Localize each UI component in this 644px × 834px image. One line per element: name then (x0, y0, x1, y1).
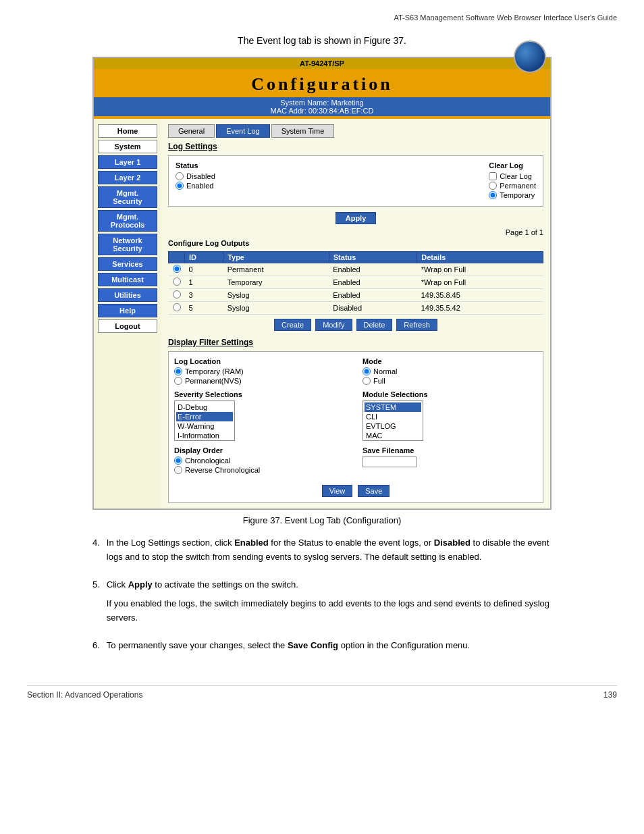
severity-item-debug: D-Debug (176, 402, 233, 412)
sidebar-item-multicast[interactable]: Multicast (98, 273, 157, 286)
row2-radio[interactable] (173, 290, 181, 298)
chronological-radio[interactable] (174, 457, 182, 465)
full-label: Full (373, 377, 385, 385)
step6: 6. To permanently save your changes, sel… (92, 639, 552, 658)
severity-listbox[interactable]: D-Debug E-Error W-Warning I-Information (174, 400, 235, 441)
tab-event-log[interactable]: Event Log (216, 124, 270, 138)
create-button[interactable]: Create (274, 319, 311, 331)
step4-disabled: Disabled (434, 538, 471, 548)
col-id: ID (185, 252, 223, 263)
clear-log-title: Clear Log (489, 161, 536, 170)
sidebar-item-mgmt-security[interactable]: Mgmt. Security (98, 186, 157, 208)
table-row: 5 Syslog Disabled 149.35.5.42 (169, 302, 543, 315)
configure-log-section: Configure Log Outputs ID Type Status Det… (168, 239, 543, 331)
apply-button[interactable]: Apply (336, 212, 377, 224)
module-item-mac: MAC (365, 431, 421, 440)
sidebar-item-system[interactable]: System (98, 140, 157, 153)
filter-left: Log Location Temporary (RAM) Permanent(N… (174, 357, 349, 479)
severity-title: Severity Selections (174, 390, 349, 398)
module-item-system: SYSTEM (365, 402, 421, 412)
sidebar-item-layer2[interactable]: Layer 2 (98, 171, 157, 184)
step4: 4. In the Log Settings section, click En… (92, 536, 552, 570)
full-mode-radio[interactable] (363, 377, 371, 385)
row1-id: 1 (185, 276, 223, 289)
step5-text: Click (107, 579, 128, 590)
modify-button[interactable]: Modify (315, 319, 352, 331)
save-filename-title: Save Filename (363, 446, 537, 454)
reverse-chrono-radio[interactable] (174, 466, 182, 474)
footer-left: Section II: Advanced Operations (27, 690, 142, 700)
row3-radio[interactable] (173, 303, 181, 311)
step5-apply: Apply (128, 579, 153, 590)
sidebar-item-utilities[interactable]: Utilities (98, 288, 157, 302)
mac-addr: MAC Addr: 00:30:84:AB:EF:CD (94, 107, 550, 115)
step4-para: In the Log Settings section, click Enabl… (107, 536, 552, 565)
table-row: 3 Syslog Enabled 149.35.8.45 (169, 289, 543, 302)
row0-radio[interactable] (173, 265, 181, 273)
row1-details: *Wrap on Full (417, 276, 543, 289)
row0-type: Permanent (223, 263, 329, 276)
step6-text: To permanently save your changes, select… (107, 640, 288, 650)
sidebar-item-mgmt-protocols[interactable]: Mgmt. Protocols (98, 210, 157, 232)
module-item-evtlog: EVTLOG (365, 421, 421, 431)
permanent-radio[interactable] (489, 182, 497, 190)
module-listbox[interactable]: SYSTEM CLI EVTLOG MAC (363, 400, 423, 441)
step6-num: 6. (92, 639, 100, 658)
status-section: Status Disabled Enabled (176, 161, 215, 201)
severity-section: Severity Selections D-Debug E-Error W-Wa… (174, 390, 349, 441)
tab-general[interactable]: General (168, 124, 215, 138)
normal-mode-radio[interactable] (363, 367, 371, 375)
mode-title: Mode (363, 357, 537, 365)
temporary-radio[interactable] (489, 191, 497, 199)
temporary-radio-row: Temporary (489, 191, 536, 199)
enabled-radio[interactable] (176, 182, 184, 190)
page-header: AT-S63 Management Software Web Browser I… (27, 14, 617, 22)
table-row: 1 Temporary Enabled *Wrap on Full (169, 276, 543, 289)
row1-type: Temporary (223, 276, 329, 289)
permanent-radio-row: Permanent (489, 182, 536, 190)
disabled-radio[interactable] (176, 172, 184, 180)
delete-button[interactable]: Delete (356, 319, 393, 331)
step5-num: 5. (92, 578, 100, 631)
refresh-button[interactable]: Refresh (396, 319, 437, 331)
row1-radio[interactable] (173, 278, 181, 286)
enabled-label: Enabled (186, 182, 213, 190)
step4-enabled: Enabled (234, 538, 269, 548)
row0-id: 0 (185, 263, 223, 276)
row1-status: Enabled (329, 276, 417, 289)
sidebar-item-network-security[interactable]: Network Security (98, 234, 157, 255)
clear-log-checkbox[interactable] (489, 172, 497, 180)
save-button[interactable]: Save (358, 485, 390, 497)
sidebar-item-layer1[interactable]: Layer 1 (98, 155, 157, 169)
temporary-ram-radio[interactable] (174, 367, 182, 375)
module-section: Module Selections SYSTEM CLI EVTLOG MAC (363, 390, 537, 441)
system-info: System Name: Marketing MAC Addr: 00:30:8… (94, 97, 550, 116)
disabled-label: Disabled (186, 172, 215, 180)
normal-label: Normal (373, 367, 397, 375)
log-settings-title: Log Settings (168, 142, 543, 151)
row3-type: Syslog (223, 302, 329, 315)
permanent-nvs-radio[interactable] (174, 377, 182, 385)
enabled-radio-row: Enabled (176, 182, 215, 190)
col-details: Details (417, 252, 543, 263)
col-select (169, 252, 185, 263)
step6-bold: Save Config (288, 640, 338, 650)
clear-log-label: Clear Log (500, 172, 532, 180)
sidebar-item-services[interactable]: Services (98, 257, 157, 271)
filter-settings: Log Location Temporary (RAM) Permanent(N… (168, 351, 543, 503)
step6-content: To permanently save your changes, select… (107, 639, 470, 658)
display-order-title: Display Order (174, 446, 349, 454)
sidebar-item-home[interactable]: Home (98, 124, 157, 138)
status-label: Status (176, 161, 215, 170)
severity-item-warning: W-Warning (176, 421, 233, 431)
row3-id: 5 (185, 302, 223, 315)
view-button[interactable]: View (322, 485, 353, 497)
severity-item-info: I-Information (176, 431, 233, 440)
sidebar-item-logout[interactable]: Logout (98, 319, 157, 333)
configure-log-title: Configure Log Outputs (168, 239, 543, 247)
tab-system-time[interactable]: System Time (271, 124, 335, 138)
save-filename-input[interactable] (363, 457, 417, 467)
row2-id: 3 (185, 289, 223, 302)
sidebar-item-help[interactable]: Help (98, 304, 157, 317)
clear-log-checkbox-row: Clear Log (489, 172, 536, 180)
